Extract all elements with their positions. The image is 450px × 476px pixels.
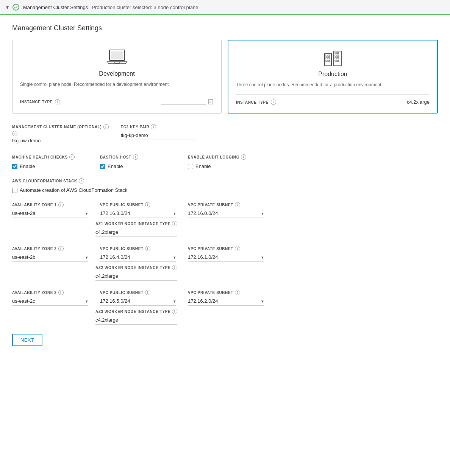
dev-instance-type-input[interactable]: [161, 99, 206, 105]
az2-group: AVAILABILITY ZONE 2 i us-east-2b: [12, 246, 88, 262]
bastion-host-checkbox-label: Enable: [108, 163, 123, 169]
az1-vpc-private-group: VPC PRIVATE SUBNET i 172.16.0.0/24: [188, 202, 264, 218]
svg-rect-22: [335, 60, 336, 62]
az2-worker-input[interactable]: [95, 272, 177, 281]
az1-worker-row: AZ1 WORKER NODE INSTANCE TYPE i: [12, 221, 438, 237]
az3-vpc-private-select-wrapper: 172.16.2.0/24: [188, 297, 264, 306]
az3-vpc-public-info-icon[interactable]: i: [145, 290, 150, 295]
az1-select-wrapper: us-east-2a: [12, 209, 88, 218]
az1-vpc-private-select[interactable]: 172.16.0.0/24: [188, 209, 264, 218]
form-section: MANAGEMENT CLUSTER NAME (OPTIONAL) i i E…: [12, 124, 438, 325]
az3-vpc-public-select-wrapper: 172.16.5.0/24: [100, 297, 176, 306]
ec2-key-pair-info-icon[interactable]: i: [151, 124, 156, 129]
az3-vpc-private-group: VPC PRIVATE SUBNET i 172.16.2.0/24: [188, 290, 264, 306]
az3-info-icon[interactable]: i: [58, 290, 64, 295]
az1-vpc-public-info-icon[interactable]: i: [145, 202, 150, 207]
main-content: Management Cluster Settings Development …: [0, 15, 450, 355]
cloudformation-info-icon[interactable]: i: [79, 178, 84, 184]
az1-select[interactable]: us-east-2a: [12, 209, 88, 218]
az2-worker-row: AZ2 WORKER NODE INSTANCE TYPE i: [12, 265, 438, 281]
az2-vpc-public-select[interactable]: 172.16.4.0/24: [100, 253, 176, 262]
az1-vpc-public-group: VPC PUBLIC SUBNET i 172.16.3.0/24: [100, 202, 176, 218]
svg-rect-16: [335, 52, 336, 54]
az1-vpc-public-select-wrapper: 172.16.3.0/24: [100, 209, 176, 218]
ec2-key-pair-input[interactable]: [121, 131, 197, 140]
az1-worker-info-icon[interactable]: i: [172, 221, 177, 226]
az3-row: AVAILABILITY ZONE 3 i us-east-2c VPC PUB…: [12, 290, 438, 306]
svg-rect-23: [337, 60, 339, 62]
prod-instance-type-info-icon[interactable]: i: [271, 100, 276, 105]
az3-worker-info-icon[interactable]: i: [172, 309, 177, 314]
audit-logging-checkbox-row: Enable: [188, 163, 264, 169]
cloudformation-checkbox[interactable]: [12, 188, 17, 193]
bastion-host-label: BASTION HOST i: [100, 154, 176, 160]
cluster-name-info-icon[interactable]: i: [103, 124, 109, 129]
az2-worker-group: AZ2 WORKER NODE INSTANCE TYPE i: [95, 265, 177, 281]
bastion-host-checkbox[interactable]: [100, 164, 105, 169]
svg-rect-17: [337, 52, 339, 54]
cloudformation-checkbox-label: Automate creation of AWS CloudFormation …: [20, 187, 127, 193]
az1-label: AVAILABILITY ZONE 1 i: [12, 202, 88, 207]
form-row-1: MANAGEMENT CLUSTER NAME (OPTIONAL) i i E…: [12, 124, 438, 145]
button-row: NEXT: [12, 334, 438, 346]
az3-vpc-public-label: VPC PUBLIC SUBNET i: [100, 290, 176, 295]
az2-vpc-private-group: VPC PRIVATE SUBNET i 172.16.1.0/24: [188, 246, 264, 262]
az3-select-wrapper: us-east-2c: [12, 297, 88, 306]
az2-worker-info-icon[interactable]: i: [172, 265, 177, 270]
form-row-2: MACHINE HEALTH CHECKS i Enable BASTION H…: [12, 154, 438, 169]
az3-worker-row: AZ3 WORKER NODE INSTANCE TYPE i: [12, 309, 438, 325]
az2-select-wrapper: us-east-2b: [12, 253, 88, 262]
top-bar: ▾ Management Cluster Settings Production…: [0, 0, 450, 15]
cluster-type-cards: Development Single control plane node. R…: [12, 40, 438, 114]
az1-worker-input[interactable]: [95, 228, 177, 237]
az1-vpc-public-label: VPC PUBLIC SUBNET i: [100, 202, 176, 207]
az1-row: AVAILABILITY ZONE 1 i us-east-2a VPC PUB…: [12, 202, 438, 218]
production-card[interactable]: Production Three control plane nodes. Re…: [228, 40, 438, 114]
az3-worker-group: AZ3 WORKER NODE INSTANCE TYPE i: [95, 309, 177, 325]
az2-vpc-public-info-icon[interactable]: i: [145, 246, 150, 251]
az3-vpc-public-select[interactable]: 172.16.5.0/24: [100, 297, 176, 306]
dev-instance-type-dropdown-icon[interactable]: [208, 99, 214, 105]
top-bar-subtitle: Production cluster selected: 3 node cont…: [92, 5, 198, 10]
az3-vpc-public-group: VPC PUBLIC SUBNET i 172.16.5.0/24: [100, 290, 176, 306]
az2-select[interactable]: us-east-2b: [12, 253, 88, 262]
chevron-down-icon[interactable]: ▾: [6, 4, 9, 10]
az2-vpc-private-select[interactable]: 172.16.1.0/24: [188, 253, 264, 262]
az1-vpc-public-select[interactable]: 172.16.3.0/24: [100, 209, 176, 218]
az3-worker-label: AZ3 WORKER NODE INSTANCE TYPE i: [95, 309, 177, 314]
svg-rect-21: [337, 58, 339, 59]
az1-vpc-private-info-icon[interactable]: i: [235, 202, 240, 207]
audit-logging-group: ENABLE AUDIT LOGGING i Enable: [188, 154, 264, 169]
az2-vpc-private-label: VPC PRIVATE SUBNET i: [188, 246, 264, 251]
svg-rect-13: [326, 60, 327, 62]
machine-health-checkbox[interactable]: [12, 164, 17, 169]
az3-vpc-private-info-icon[interactable]: i: [235, 290, 240, 295]
prod-instance-type-input[interactable]: [384, 99, 430, 105]
az1-group: AVAILABILITY ZONE 1 i us-east-2a: [12, 202, 88, 218]
cluster-name-sub-info-icon[interactable]: i: [12, 131, 17, 136]
cloudformation-checkbox-row: Automate creation of AWS CloudFormation …: [12, 187, 127, 193]
building-icon: [236, 48, 430, 67]
az2-vpc-public-group: VPC PUBLIC SUBNET i 172.16.4.0/24: [100, 246, 176, 262]
production-card-desc: Three control plane nodes. Recommended f…: [236, 81, 430, 88]
az2-vpc-private-select-wrapper: 172.16.1.0/24: [188, 253, 264, 262]
audit-logging-info-icon[interactable]: i: [241, 154, 246, 160]
machine-health-checks-label: MACHINE HEALTH CHECKS i: [12, 154, 88, 160]
machine-health-checkbox-row: Enable: [12, 163, 88, 169]
machine-health-info-icon[interactable]: i: [69, 154, 75, 160]
next-button[interactable]: NEXT: [12, 334, 42, 346]
cloudformation-label: AWS CLOUDFORMATION STACK i: [12, 178, 127, 184]
svg-rect-12: [328, 58, 330, 59]
az2-vpc-private-info-icon[interactable]: i: [235, 246, 240, 251]
development-card[interactable]: Development Single control plane node. R…: [12, 40, 222, 114]
bastion-host-info-icon[interactable]: i: [133, 154, 138, 160]
audit-logging-checkbox[interactable]: [188, 164, 193, 169]
production-card-title: Production: [236, 71, 430, 78]
az3-worker-input[interactable]: [95, 316, 177, 325]
cluster-name-input[interactable]: [12, 136, 109, 145]
az3-select[interactable]: us-east-2c: [12, 297, 88, 306]
az3-vpc-private-select[interactable]: 172.16.2.0/24: [188, 297, 264, 306]
az2-info-icon[interactable]: i: [58, 246, 64, 251]
dev-instance-type-info-icon[interactable]: i: [55, 99, 60, 104]
az1-info-icon[interactable]: i: [58, 202, 64, 207]
